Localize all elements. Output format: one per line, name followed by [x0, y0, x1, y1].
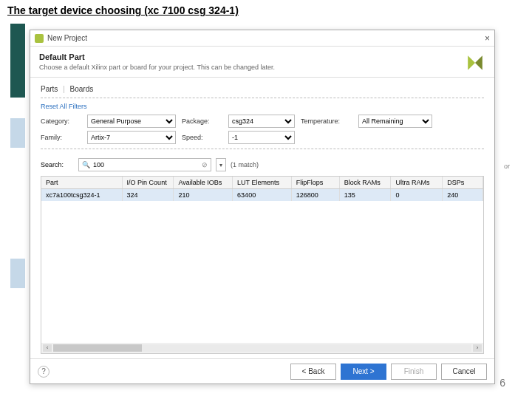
cell-flipflops: 126800	[292, 189, 340, 201]
header-subtitle: Choose a default Xilinx part or board fo…	[39, 64, 485, 71]
cancel-button[interactable]: Cancel	[441, 364, 487, 380]
col-blockram[interactable]: Block RAMs	[340, 177, 392, 188]
dialog-footer: ? < Back Next > Finish Cancel	[30, 358, 494, 383]
page-number: 6	[499, 377, 505, 389]
finish-button: Finish	[391, 364, 437, 380]
bg-text: or	[504, 163, 510, 170]
search-input[interactable]	[93, 161, 202, 168]
close-icon[interactable]: ×	[485, 33, 490, 44]
filter-grid: Category: General Purpose Package: csg32…	[41, 115, 484, 144]
page-heading: The target device choosing (xc 7100 csg …	[0, 0, 532, 21]
package-label: Package:	[182, 117, 222, 125]
category-select[interactable]: General Purpose	[87, 115, 176, 128]
match-count: (1 match)	[231, 161, 259, 168]
bg-decoration	[10, 259, 25, 288]
search-row: Search: 🔍 ⊘ ▾ (1 match)	[41, 158, 484, 171]
scroll-left-icon[interactable]: ‹	[43, 344, 52, 352]
temperature-label: Temperature:	[301, 117, 352, 125]
table-empty-area	[41, 201, 483, 343]
col-part[interactable]: Part	[41, 177, 123, 188]
tab-separator: |	[63, 85, 65, 93]
bg-decoration	[10, 24, 25, 98]
table-row[interactable]: xc7a100tcsg324-1 324 210 63400 126800 13…	[41, 189, 483, 201]
tab-parts[interactable]: Parts	[41, 85, 58, 93]
col-flipflops[interactable]: FlipFlops	[292, 177, 340, 188]
speed-label: Speed:	[182, 134, 222, 141]
family-select[interactable]: Artix-7	[87, 131, 176, 144]
dialog-title: New Project	[47, 34, 87, 42]
col-lut[interactable]: LUT Elements	[233, 177, 292, 188]
help-icon[interactable]: ?	[38, 366, 50, 378]
cell-part: xc7a100tcsg324-1	[41, 189, 123, 201]
scroll-thumb[interactable]	[53, 344, 142, 352]
search-box[interactable]: 🔍 ⊘	[78, 158, 211, 171]
col-dsps[interactable]: DSPs	[443, 177, 483, 188]
temperature-select[interactable]: All Remaining	[358, 115, 432, 128]
app-logo-icon	[35, 34, 44, 43]
new-project-dialog: New Project × Default Part Choose a defa…	[30, 30, 495, 384]
parts-table: Part I/O Pin Count Available IOBs LUT El…	[41, 176, 484, 354]
next-button[interactable]: Next >	[341, 364, 386, 380]
table-header: Part I/O Pin Count Available IOBs LUT El…	[41, 177, 483, 189]
cell-ultraram: 0	[391, 189, 443, 201]
col-ultraram[interactable]: Ultra RAMs	[391, 177, 443, 188]
category-label: Category:	[41, 117, 81, 125]
cell-iobs: 210	[174, 189, 233, 201]
horizontal-scrollbar[interactable]: ‹ ›	[41, 343, 483, 353]
cell-lut: 63400	[233, 189, 292, 201]
cell-blockram: 135	[340, 189, 392, 201]
col-io-pin[interactable]: I/O Pin Count	[123, 177, 174, 188]
divider	[41, 98, 484, 98]
tabs: Parts | Boards	[41, 82, 484, 96]
dialog-body: Parts | Boards Reset All Filters Categor…	[30, 78, 494, 358]
cell-io-pin: 324	[123, 189, 174, 201]
scroll-right-icon[interactable]: ›	[473, 344, 482, 352]
search-dropdown-icon[interactable]: ▾	[216, 158, 226, 171]
header-title: Default Part	[39, 52, 485, 61]
tab-boards[interactable]: Boards	[70, 85, 94, 93]
reset-filters-link[interactable]: Reset All Filters	[41, 103, 484, 110]
dialog-header: Default Part Choose a default Xilinx par…	[30, 47, 494, 78]
col-iobs[interactable]: Available IOBs	[174, 177, 233, 188]
cell-dsps: 240	[443, 189, 483, 201]
titlebar: New Project ×	[30, 30, 494, 47]
xilinx-logo-icon	[465, 52, 485, 73]
divider	[41, 149, 484, 149]
package-select[interactable]: csg324	[228, 115, 295, 128]
search-icon: 🔍	[82, 161, 90, 168]
clear-search-icon[interactable]: ⊘	[202, 161, 208, 168]
scroll-track[interactable]	[53, 344, 471, 352]
speed-select[interactable]: -1	[228, 131, 295, 144]
bg-decoration	[10, 118, 25, 148]
family-label: Family:	[41, 134, 81, 141]
search-label: Search:	[41, 161, 74, 168]
back-button[interactable]: < Back	[290, 364, 336, 380]
